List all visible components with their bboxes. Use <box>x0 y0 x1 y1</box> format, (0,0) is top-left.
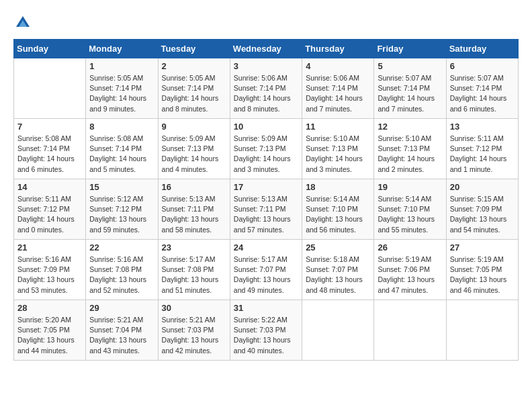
day-number: 23 <box>162 242 226 253</box>
day-info: Sunrise: 5:13 AM Sunset: 7:11 PM Dayligh… <box>234 194 298 235</box>
day-info: Sunrise: 5:15 AM Sunset: 7:09 PM Dayligh… <box>450 194 515 235</box>
day-info: Sunrise: 5:08 AM Sunset: 7:14 PM Dayligh… <box>89 134 154 175</box>
day-number: 21 <box>17 242 82 253</box>
calendar-cell: 17Sunrise: 5:13 AM Sunset: 7:11 PM Dayli… <box>230 179 302 240</box>
calendar-cell: 27Sunrise: 5:19 AM Sunset: 7:05 PM Dayli… <box>446 240 518 300</box>
day-info: Sunrise: 5:10 AM Sunset: 7:13 PM Dayligh… <box>378 134 442 175</box>
calendar-week-row: 21Sunrise: 5:16 AM Sunset: 7:09 PM Dayli… <box>14 240 519 300</box>
day-info: Sunrise: 5:05 AM Sunset: 7:14 PM Dayligh… <box>89 73 154 114</box>
day-info: Sunrise: 5:12 AM Sunset: 7:12 PM Dayligh… <box>89 194 154 235</box>
day-number: 18 <box>306 182 370 192</box>
day-number: 22 <box>89 242 154 253</box>
calendar-cell: 26Sunrise: 5:19 AM Sunset: 7:06 PM Dayli… <box>374 240 446 300</box>
day-number: 13 <box>450 122 515 132</box>
calendar-cell: 13Sunrise: 5:11 AM Sunset: 7:12 PM Dayli… <box>446 119 518 179</box>
day-info: Sunrise: 5:11 AM Sunset: 7:12 PM Dayligh… <box>17 194 82 235</box>
day-number: 1 <box>89 61 154 71</box>
day-number: 11 <box>306 122 370 132</box>
calendar-cell: 7Sunrise: 5:08 AM Sunset: 7:14 PM Daylig… <box>14 119 86 179</box>
calendar-cell: 19Sunrise: 5:14 AM Sunset: 7:10 PM Dayli… <box>374 179 446 240</box>
day-number: 28 <box>17 303 82 313</box>
day-number: 8 <box>89 122 154 132</box>
day-number: 31 <box>234 303 298 313</box>
day-info: Sunrise: 5:18 AM Sunset: 7:07 PM Dayligh… <box>306 255 370 295</box>
calendar-table: SundayMondayTuesdayWednesdayThursdayFrid… <box>13 39 519 361</box>
day-info: Sunrise: 5:09 AM Sunset: 7:13 PM Dayligh… <box>234 134 298 175</box>
header-sunday: Sunday <box>14 40 86 58</box>
calendar-cell: 8Sunrise: 5:08 AM Sunset: 7:14 PM Daylig… <box>86 119 158 179</box>
day-number: 27 <box>450 242 515 253</box>
calendar-cell: 23Sunrise: 5:17 AM Sunset: 7:08 PM Dayli… <box>158 240 230 300</box>
day-info: Sunrise: 5:16 AM Sunset: 7:09 PM Dayligh… <box>17 255 82 295</box>
page-header <box>13 13 519 32</box>
calendar-cell: 10Sunrise: 5:09 AM Sunset: 7:13 PM Dayli… <box>230 119 302 179</box>
calendar-cell: 24Sunrise: 5:17 AM Sunset: 7:07 PM Dayli… <box>230 240 302 300</box>
calendar-cell <box>302 300 374 361</box>
day-number: 24 <box>234 242 298 253</box>
day-info: Sunrise: 5:06 AM Sunset: 7:14 PM Dayligh… <box>234 73 298 114</box>
calendar-cell: 11Sunrise: 5:10 AM Sunset: 7:13 PM Dayli… <box>302 119 374 179</box>
calendar-week-row: 1Sunrise: 5:05 AM Sunset: 7:14 PM Daylig… <box>14 58 519 119</box>
day-info: Sunrise: 5:20 AM Sunset: 7:05 PM Dayligh… <box>17 315 82 356</box>
calendar-cell: 30Sunrise: 5:21 AM Sunset: 7:03 PM Dayli… <box>158 300 230 361</box>
day-number: 19 <box>378 182 442 192</box>
calendar-cell: 25Sunrise: 5:18 AM Sunset: 7:07 PM Dayli… <box>302 240 374 300</box>
calendar-week-row: 7Sunrise: 5:08 AM Sunset: 7:14 PM Daylig… <box>14 119 519 179</box>
day-number: 9 <box>162 122 226 132</box>
day-number: 25 <box>306 242 370 253</box>
day-number: 20 <box>450 182 515 192</box>
day-info: Sunrise: 5:11 AM Sunset: 7:12 PM Dayligh… <box>450 134 515 175</box>
day-number: 29 <box>89 303 154 313</box>
calendar-cell: 21Sunrise: 5:16 AM Sunset: 7:09 PM Dayli… <box>14 240 86 300</box>
calendar-week-row: 14Sunrise: 5:11 AM Sunset: 7:12 PM Dayli… <box>14 179 519 240</box>
day-info: Sunrise: 5:17 AM Sunset: 7:08 PM Dayligh… <box>162 255 226 295</box>
header-thursday: Thursday <box>302 40 374 58</box>
day-info: Sunrise: 5:19 AM Sunset: 7:05 PM Dayligh… <box>450 255 515 295</box>
calendar-cell: 15Sunrise: 5:12 AM Sunset: 7:12 PM Dayli… <box>86 179 158 240</box>
header-monday: Monday <box>86 40 158 58</box>
day-number: 15 <box>89 182 154 192</box>
day-info: Sunrise: 5:14 AM Sunset: 7:10 PM Dayligh… <box>378 194 442 235</box>
day-info: Sunrise: 5:09 AM Sunset: 7:13 PM Dayligh… <box>162 134 226 175</box>
day-number: 17 <box>234 182 298 192</box>
day-info: Sunrise: 5:05 AM Sunset: 7:14 PM Dayligh… <box>162 73 226 114</box>
calendar-cell: 16Sunrise: 5:13 AM Sunset: 7:11 PM Dayli… <box>158 179 230 240</box>
calendar-cell: 5Sunrise: 5:07 AM Sunset: 7:14 PM Daylig… <box>374 58 446 119</box>
calendar-cell: 14Sunrise: 5:11 AM Sunset: 7:12 PM Dayli… <box>14 179 86 240</box>
calendar-cell <box>374 300 446 361</box>
day-info: Sunrise: 5:21 AM Sunset: 7:03 PM Dayligh… <box>162 315 226 356</box>
header-friday: Friday <box>374 40 446 58</box>
day-number: 12 <box>378 122 442 132</box>
header-saturday: Saturday <box>446 40 518 58</box>
calendar-cell: 3Sunrise: 5:06 AM Sunset: 7:14 PM Daylig… <box>230 58 302 119</box>
day-info: Sunrise: 5:19 AM Sunset: 7:06 PM Dayligh… <box>378 255 442 295</box>
day-number: 16 <box>162 182 226 192</box>
day-info: Sunrise: 5:13 AM Sunset: 7:11 PM Dayligh… <box>162 194 226 235</box>
calendar-cell: 18Sunrise: 5:14 AM Sunset: 7:10 PM Dayli… <box>302 179 374 240</box>
logo <box>13 13 35 32</box>
calendar-cell: 4Sunrise: 5:06 AM Sunset: 7:14 PM Daylig… <box>302 58 374 119</box>
day-number: 6 <box>450 61 515 71</box>
calendar-cell: 20Sunrise: 5:15 AM Sunset: 7:09 PM Dayli… <box>446 179 518 240</box>
day-number: 7 <box>17 122 82 132</box>
calendar-cell: 6Sunrise: 5:07 AM Sunset: 7:14 PM Daylig… <box>446 58 518 119</box>
day-number: 2 <box>162 61 226 71</box>
calendar-cell: 12Sunrise: 5:10 AM Sunset: 7:13 PM Dayli… <box>374 119 446 179</box>
calendar-cell: 29Sunrise: 5:21 AM Sunset: 7:04 PM Dayli… <box>86 300 158 361</box>
calendar-cell: 2Sunrise: 5:05 AM Sunset: 7:14 PM Daylig… <box>158 58 230 119</box>
day-info: Sunrise: 5:17 AM Sunset: 7:07 PM Dayligh… <box>234 255 298 295</box>
day-info: Sunrise: 5:07 AM Sunset: 7:14 PM Dayligh… <box>378 73 442 114</box>
header-wednesday: Wednesday <box>230 40 302 58</box>
calendar-cell: 28Sunrise: 5:20 AM Sunset: 7:05 PM Dayli… <box>14 300 86 361</box>
calendar-header-row: SundayMondayTuesdayWednesdayThursdayFrid… <box>14 40 519 58</box>
calendar-cell <box>446 300 518 361</box>
calendar-cell: 9Sunrise: 5:09 AM Sunset: 7:13 PM Daylig… <box>158 119 230 179</box>
day-info: Sunrise: 5:16 AM Sunset: 7:08 PM Dayligh… <box>89 255 154 295</box>
day-info: Sunrise: 5:22 AM Sunset: 7:03 PM Dayligh… <box>234 315 298 356</box>
day-number: 3 <box>234 61 298 71</box>
day-number: 14 <box>17 182 82 192</box>
calendar-cell: 1Sunrise: 5:05 AM Sunset: 7:14 PM Daylig… <box>86 58 158 119</box>
day-info: Sunrise: 5:14 AM Sunset: 7:10 PM Dayligh… <box>306 194 370 235</box>
day-number: 4 <box>306 61 370 71</box>
day-info: Sunrise: 5:21 AM Sunset: 7:04 PM Dayligh… <box>89 315 154 356</box>
